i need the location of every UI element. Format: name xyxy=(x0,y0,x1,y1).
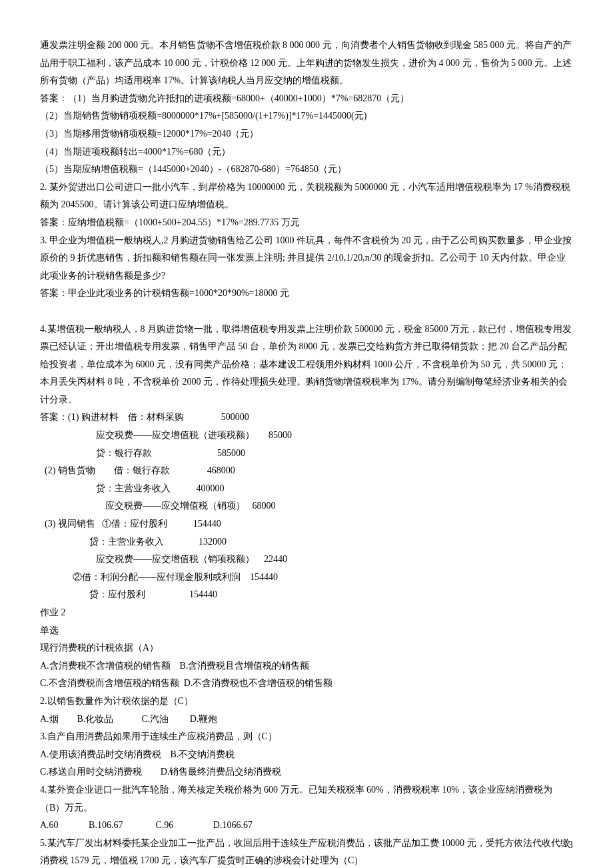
text-line: A.60 B.106.67 C.96 D.1066.67 xyxy=(40,817,573,835)
page-number: 3 xyxy=(568,837,573,855)
text-line: C.不含消费税而含增值税的销售额 D.不含消费税也不含增值税的销售额 xyxy=(40,675,573,693)
text-line: 贷：主营业务收入 400000 xyxy=(40,480,573,498)
text-line xyxy=(40,303,573,321)
text-line: 应交税费——应交增值税（进项税额） 85000 xyxy=(40,427,573,445)
text-line: 单选 xyxy=(40,622,573,640)
text-line: (3) 视同销售 ①借：应付股利 154440 xyxy=(40,515,573,533)
text-line: 答案：甲企业此项业务的计税销售额=1000*20*90%=18000 元 xyxy=(40,285,573,303)
text-line: 答案：应纳增值税额=（1000+500+204.55）*17%=289.7735… xyxy=(40,214,573,232)
text-line: A.含消费税不含增值税的销售额 B.含消费税且含增值税的销售额 xyxy=(40,657,573,675)
text-line: 4.某增值税一般纳税人，8 月购进货物一批，取得增值税专用发票上注明价款 500… xyxy=(40,321,573,409)
text-line: （3）当期移用货物销项税额=12000*17%=2040（元） xyxy=(40,125,573,143)
text-line: A.使用该消费品时交纳消费税 B.不交纳消费税 xyxy=(40,746,573,764)
text-line: （2）当期销售货物销项税额=8000000*17%+[585000/(1+17%… xyxy=(40,107,573,125)
text-line: ②借：利润分配——应付现金股利或利润 154440 xyxy=(40,569,573,587)
text-line: C.移送自用时交纳消费税 D.销售最终消费品交纳消费税 xyxy=(40,763,573,781)
text-line: 2. 某外贸进出口公司进口一批小汽车，到岸价格为 10000000 元，关税税额… xyxy=(40,179,573,214)
text-line: 应交税费——应交增值税（销项） 68000 xyxy=(40,497,573,515)
text-line: 作业 2 xyxy=(40,604,573,622)
text-line: 答案：（1）当月购进货物允许抵扣的进项税额=68000+（40000+1000）… xyxy=(40,90,573,108)
text-line: A.烟 B.化妆品 C.汽油 D.鞭炮 xyxy=(40,711,573,729)
text-line: 贷：银行存款 585000 xyxy=(40,445,573,463)
text-line: 3.自产自用消费品如果用于连续生产应税消费品，则（C） xyxy=(40,728,573,746)
text-line: 应交税费——应交增值税（销项税额） 22440 xyxy=(40,551,573,569)
text-line: 贷：主营业务收入 132000 xyxy=(40,533,573,551)
text-line: 2.以销售数量作为计税依据的是（C） xyxy=(40,693,573,711)
text-line: 5.某汽车厂发出材料委托某企业加工一批产品，收回后用于连续生产应税消费品，该批产… xyxy=(40,835,573,868)
text-line: (2) 销售货物 借：银行存款 468000 xyxy=(40,462,573,480)
text-line: 4.某外资企业进口一批汽车轮胎，海关核定关税价格为 600 万元。已知关税税率 … xyxy=(40,781,573,817)
text-line: 通发票注明金额 200 000 元。本月销售货物不含增值税价款 8 000 00… xyxy=(40,37,573,90)
text-line: 3. 甲企业为增值税一般纳税人,2 月购进货物销售给乙公司 1000 件玩具，每… xyxy=(40,232,573,285)
document-body: 通发票注明金额 200 000 元。本月销售货物不含增值税价款 8 000 00… xyxy=(40,37,573,868)
text-line: 现行消费税的计税依据（A） xyxy=(40,639,573,657)
text-line: 答案：(1) 购进材料 借：材料采购 500000 xyxy=(40,409,573,427)
text-line: （5）当期应纳增值税额=（1445000+2040）-（682870-680）=… xyxy=(40,161,573,179)
text-line: 贷：应付股利 154440 xyxy=(40,586,573,604)
text-line: （4）当期进项税额转出=4000*17%=680（元） xyxy=(40,143,573,161)
